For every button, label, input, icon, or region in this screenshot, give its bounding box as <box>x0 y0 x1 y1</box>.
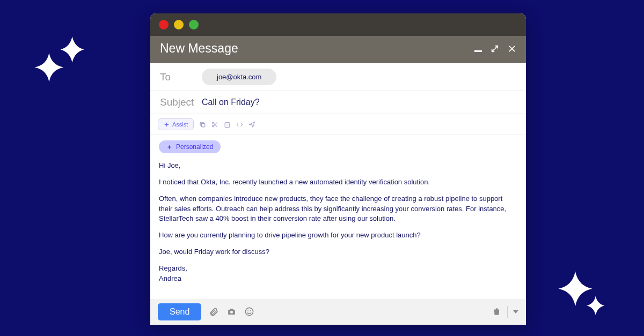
copy-icon[interactable] <box>199 121 206 128</box>
body-paragraph: How are you currently planning to drive … <box>159 230 517 240</box>
assist-button[interactable]: Assist <box>158 118 194 130</box>
footer-right <box>492 306 518 318</box>
compose-footer: Send <box>150 299 526 325</box>
compose-title: New Message <box>160 41 238 56</box>
trash-icon[interactable] <box>492 307 502 317</box>
close-icon[interactable] <box>508 44 516 53</box>
body-paragraph: Often, when companies introduce new prod… <box>159 194 517 223</box>
send-button[interactable]: Send <box>158 303 201 320</box>
scissors-icon[interactable] <box>211 121 218 128</box>
subject-field-row[interactable]: Subject Call on Friday? <box>150 91 526 114</box>
compose-window: New Message To joe@okta.com Subject Call… <box>150 13 526 325</box>
subject-label: Subject <box>160 96 202 108</box>
minimize-icon[interactable] <box>474 50 482 52</box>
footer-left: Send <box>158 303 254 320</box>
svg-rect-0 <box>202 123 206 127</box>
send-plane-icon[interactable] <box>248 121 255 128</box>
body-paragraph: Regards, <box>159 264 517 273</box>
camera-icon[interactable] <box>226 307 237 317</box>
sparkle-icon <box>166 144 172 150</box>
compose-header: New Message <box>150 36 526 63</box>
sparkle-icon <box>164 122 170 128</box>
sparkle-icon <box>553 269 609 325</box>
body-paragraph: I noticed that Okta, Inc. recently launc… <box>159 177 517 187</box>
svg-point-9 <box>230 311 233 313</box>
svg-rect-5 <box>225 122 230 127</box>
calendar-icon[interactable] <box>224 121 231 128</box>
maximize-dot[interactable] <box>189 20 199 29</box>
svg-point-11 <box>247 310 248 311</box>
close-dot[interactable] <box>159 20 169 29</box>
to-label: To <box>160 71 202 83</box>
email-body-text: Hi Joe, I noticed that Okta, Inc. recent… <box>159 161 517 283</box>
minimize-dot[interactable] <box>174 20 184 29</box>
to-recipient-chip[interactable]: joe@okta.com <box>202 69 276 85</box>
titlebar <box>150 13 526 36</box>
body-paragraph: Hi Joe, <box>159 161 517 170</box>
compose-body[interactable]: Personalized Hi Joe, I noticed that Okta… <box>150 135 526 299</box>
personalized-tag[interactable]: Personalized <box>159 140 221 153</box>
code-icon[interactable] <box>236 121 243 128</box>
divider <box>507 306 508 318</box>
more-options-caret[interactable] <box>513 310 518 313</box>
to-field-row[interactable]: To joe@okta.com <box>150 63 526 91</box>
body-paragraph: Joe, would Friday work for discuss? <box>159 247 517 257</box>
sparkle-icon <box>33 29 92 88</box>
assist-label: Assist <box>172 121 188 128</box>
header-actions <box>474 44 516 53</box>
personalized-label: Personalized <box>176 143 213 151</box>
subject-value: Call on Friday? <box>202 98 260 107</box>
svg-point-10 <box>246 308 253 316</box>
body-paragraph: Andrea <box>159 274 517 283</box>
attachment-icon[interactable] <box>209 307 219 317</box>
emoji-icon[interactable] <box>244 307 254 317</box>
composer-toolbar: Assist <box>150 114 526 135</box>
svg-point-12 <box>250 310 251 311</box>
expand-icon[interactable] <box>491 44 499 53</box>
